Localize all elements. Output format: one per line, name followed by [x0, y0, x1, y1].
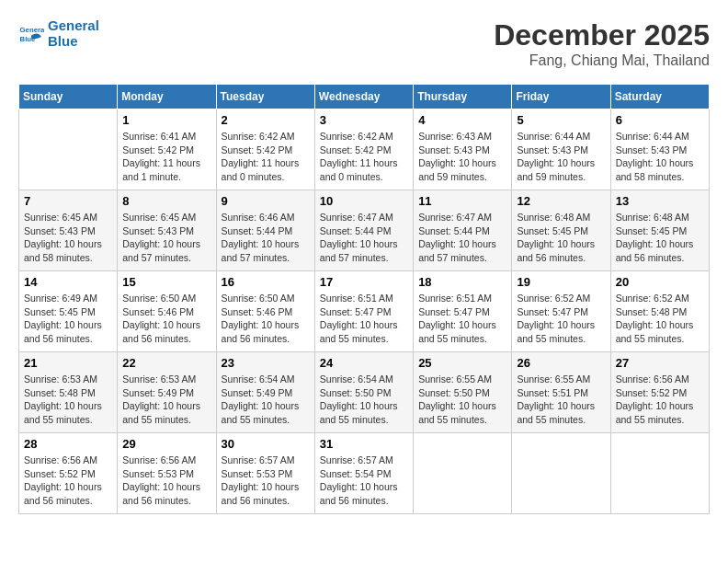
weekday-header-cell: Tuesday: [216, 85, 314, 109]
day-number: 21: [24, 356, 112, 370]
day-info: Sunrise: 6:49 AMSunset: 5:45 PMDaylight:…: [24, 292, 112, 346]
calendar-day-cell: [414, 433, 512, 514]
day-number: 23: [222, 356, 310, 370]
day-info: Sunrise: 6:42 AMSunset: 5:42 PMDaylight:…: [320, 130, 408, 184]
calendar-day-cell: 22Sunrise: 6:53 AMSunset: 5:49 PMDayligh…: [118, 352, 216, 433]
calendar-day-cell: 17Sunrise: 6:51 AMSunset: 5:47 PMDayligh…: [314, 271, 413, 352]
day-number: 19: [517, 275, 605, 289]
calendar-week-row: 14Sunrise: 6:49 AMSunset: 5:45 PMDayligh…: [19, 271, 710, 352]
calendar-day-cell: [512, 433, 610, 514]
day-number: 11: [418, 194, 506, 208]
day-info: Sunrise: 6:53 AMSunset: 5:49 PMDaylight:…: [122, 373, 210, 427]
day-number: 2: [222, 113, 310, 127]
calendar-day-cell: [610, 433, 709, 514]
calendar-day-cell: 4Sunrise: 6:43 AMSunset: 5:43 PMDaylight…: [414, 109, 512, 190]
day-number: 14: [24, 275, 112, 289]
weekday-header-cell: Sunday: [19, 85, 118, 109]
day-info: Sunrise: 6:55 AMSunset: 5:50 PMDaylight:…: [418, 373, 506, 427]
calendar-day-cell: 31Sunrise: 6:57 AMSunset: 5:54 PMDayligh…: [314, 433, 413, 514]
day-info: Sunrise: 6:52 AMSunset: 5:48 PMDaylight:…: [616, 292, 704, 346]
day-number: 18: [418, 275, 506, 289]
day-info: Sunrise: 6:41 AMSunset: 5:42 PMDaylight:…: [122, 130, 210, 184]
day-info: Sunrise: 6:51 AMSunset: 5:47 PMDaylight:…: [418, 292, 506, 346]
calendar-day-cell: 6Sunrise: 6:44 AMSunset: 5:43 PMDaylight…: [610, 109, 709, 190]
day-number: 27: [616, 356, 704, 370]
day-info: Sunrise: 6:47 AMSunset: 5:44 PMDaylight:…: [418, 211, 506, 265]
day-info: Sunrise: 6:50 AMSunset: 5:46 PMDaylight:…: [222, 292, 310, 346]
day-number: 15: [122, 275, 210, 289]
calendar-day-cell: 20Sunrise: 6:52 AMSunset: 5:48 PMDayligh…: [610, 271, 709, 352]
calendar-day-cell: 10Sunrise: 6:47 AMSunset: 5:44 PMDayligh…: [314, 190, 413, 271]
day-number: 13: [616, 194, 704, 208]
logo-text2: Blue: [48, 34, 99, 50]
svg-text:Blue: Blue: [20, 34, 37, 42]
day-info: Sunrise: 6:45 AMSunset: 5:43 PMDaylight:…: [122, 211, 210, 265]
day-info: Sunrise: 6:43 AMSunset: 5:43 PMDaylight:…: [418, 130, 506, 184]
day-number: 3: [320, 113, 408, 127]
calendar-day-cell: 23Sunrise: 6:54 AMSunset: 5:49 PMDayligh…: [216, 352, 314, 433]
calendar-day-cell: 27Sunrise: 6:56 AMSunset: 5:52 PMDayligh…: [610, 352, 709, 433]
location-title: Fang, Chiang Mai, Thailand: [494, 52, 710, 69]
day-number: 4: [418, 113, 506, 127]
calendar-day-cell: 1Sunrise: 6:41 AMSunset: 5:42 PMDaylight…: [118, 109, 216, 190]
day-number: 22: [122, 356, 210, 370]
page-header: General Blue General Blue December 2025 …: [18, 18, 710, 69]
calendar-table: SundayMondayTuesdayWednesdayThursdayFrid…: [18, 84, 710, 514]
logo: General Blue General Blue: [18, 18, 99, 49]
svg-text:General: General: [20, 26, 44, 34]
calendar-day-cell: 28Sunrise: 6:56 AMSunset: 5:52 PMDayligh…: [19, 433, 118, 514]
day-number: 16: [222, 275, 310, 289]
weekday-header-cell: Saturday: [610, 85, 709, 109]
calendar-day-cell: 2Sunrise: 6:42 AMSunset: 5:42 PMDaylight…: [216, 109, 314, 190]
calendar-day-cell: 7Sunrise: 6:45 AMSunset: 5:43 PMDaylight…: [19, 190, 118, 271]
day-number: 26: [517, 356, 605, 370]
calendar-day-cell: 16Sunrise: 6:50 AMSunset: 5:46 PMDayligh…: [216, 271, 314, 352]
day-info: Sunrise: 6:48 AMSunset: 5:45 PMDaylight:…: [517, 211, 605, 265]
calendar-week-row: 7Sunrise: 6:45 AMSunset: 5:43 PMDaylight…: [19, 190, 710, 271]
day-info: Sunrise: 6:44 AMSunset: 5:43 PMDaylight:…: [616, 130, 704, 184]
day-number: 20: [616, 275, 704, 289]
day-number: 28: [24, 437, 112, 451]
calendar-day-cell: 13Sunrise: 6:48 AMSunset: 5:45 PMDayligh…: [610, 190, 709, 271]
weekday-header-cell: Friday: [512, 85, 610, 109]
calendar-day-cell: 11Sunrise: 6:47 AMSunset: 5:44 PMDayligh…: [414, 190, 512, 271]
day-number: 25: [418, 356, 506, 370]
day-info: Sunrise: 6:57 AMSunset: 5:54 PMDaylight:…: [320, 454, 408, 508]
day-number: 8: [122, 194, 210, 208]
day-number: 29: [122, 437, 210, 451]
calendar-day-cell: 14Sunrise: 6:49 AMSunset: 5:45 PMDayligh…: [19, 271, 118, 352]
day-number: 7: [24, 194, 112, 208]
calendar-day-cell: [19, 109, 118, 190]
calendar-day-cell: 12Sunrise: 6:48 AMSunset: 5:45 PMDayligh…: [512, 190, 610, 271]
calendar-day-cell: 5Sunrise: 6:44 AMSunset: 5:43 PMDaylight…: [512, 109, 610, 190]
calendar-day-cell: 19Sunrise: 6:52 AMSunset: 5:47 PMDayligh…: [512, 271, 610, 352]
day-info: Sunrise: 6:56 AMSunset: 5:52 PMDaylight:…: [24, 454, 112, 508]
day-info: Sunrise: 6:50 AMSunset: 5:46 PMDaylight:…: [122, 292, 210, 346]
title-block: December 2025 Fang, Chiang Mai, Thailand: [494, 18, 710, 69]
weekday-header-cell: Monday: [118, 85, 216, 109]
calendar-day-cell: 30Sunrise: 6:57 AMSunset: 5:53 PMDayligh…: [216, 433, 314, 514]
day-info: Sunrise: 6:56 AMSunset: 5:53 PMDaylight:…: [122, 454, 210, 508]
day-info: Sunrise: 6:51 AMSunset: 5:47 PMDaylight:…: [320, 292, 408, 346]
day-info: Sunrise: 6:55 AMSunset: 5:51 PMDaylight:…: [517, 373, 605, 427]
day-info: Sunrise: 6:52 AMSunset: 5:47 PMDaylight:…: [517, 292, 605, 346]
day-number: 10: [320, 194, 408, 208]
month-title: December 2025: [494, 18, 710, 52]
day-number: 17: [320, 275, 408, 289]
day-number: 31: [320, 437, 408, 451]
day-info: Sunrise: 6:44 AMSunset: 5:43 PMDaylight:…: [517, 130, 605, 184]
calendar-day-cell: 15Sunrise: 6:50 AMSunset: 5:46 PMDayligh…: [118, 271, 216, 352]
day-number: 24: [320, 356, 408, 370]
day-info: Sunrise: 6:42 AMSunset: 5:42 PMDaylight:…: [222, 130, 310, 184]
calendar-week-row: 1Sunrise: 6:41 AMSunset: 5:42 PMDaylight…: [19, 109, 710, 190]
day-info: Sunrise: 6:54 AMSunset: 5:49 PMDaylight:…: [222, 373, 310, 427]
day-info: Sunrise: 6:54 AMSunset: 5:50 PMDaylight:…: [320, 373, 408, 427]
day-number: 6: [616, 113, 704, 127]
day-info: Sunrise: 6:57 AMSunset: 5:53 PMDaylight:…: [222, 454, 310, 508]
day-info: Sunrise: 6:56 AMSunset: 5:52 PMDaylight:…: [616, 373, 704, 427]
calendar-day-cell: 24Sunrise: 6:54 AMSunset: 5:50 PMDayligh…: [314, 352, 413, 433]
logo-icon: General Blue: [18, 21, 44, 47]
day-info: Sunrise: 6:46 AMSunset: 5:44 PMDaylight:…: [222, 211, 310, 265]
calendar-day-cell: 25Sunrise: 6:55 AMSunset: 5:50 PMDayligh…: [414, 352, 512, 433]
day-number: 12: [517, 194, 605, 208]
